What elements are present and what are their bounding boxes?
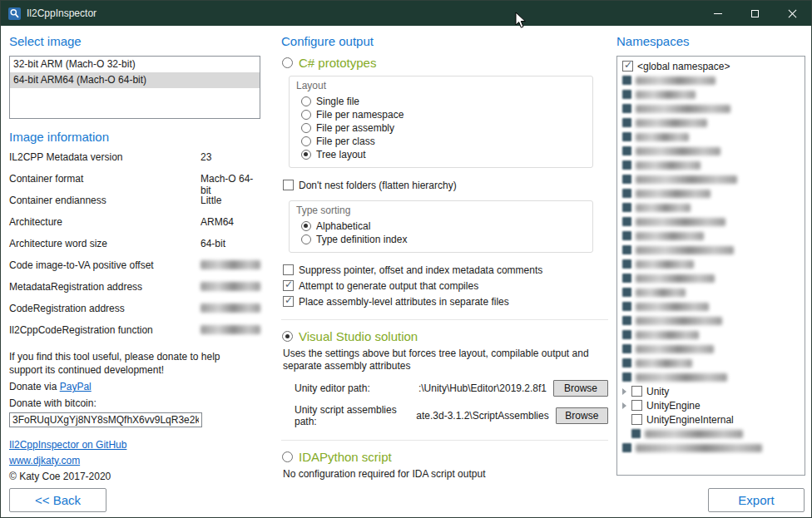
redacted-namespace-label [636, 133, 689, 141]
checkbox-option[interactable]: Place assembly-level attributes in separ… [283, 294, 608, 308]
bitcoin-address-input[interactable] [9, 412, 202, 427]
redacted-namespace-label [636, 373, 727, 382]
namespace-label: <global namespace> [637, 61, 730, 72]
redacted-namespace-label [636, 232, 704, 240]
radio-option[interactable]: File per namespace [301, 108, 584, 121]
namespace-row[interactable]: <global namespace> [622, 59, 803, 73]
redacted-checkbox-icon [622, 302, 631, 311]
radio-label: File per assembly [316, 122, 394, 134]
namespace-row[interactable] [622, 101, 803, 116]
maximize-icon [751, 10, 759, 17]
namespace-row[interactable] [622, 356, 803, 370]
image-list-item[interactable]: 64-bit ARM64 (Mach-O 64-bit) [10, 72, 260, 88]
radio-option[interactable]: File per assembly [301, 121, 584, 134]
visual-studio-solution-radio[interactable]: Visual Studio solution [282, 329, 608, 343]
namespace-row[interactable] [622, 271, 803, 285]
checkbox-option[interactable]: Suppress pointer, offset and index metad… [283, 263, 608, 277]
section-separator [281, 319, 608, 320]
donate-via-line: Donate via PayPal [9, 380, 260, 393]
radio-label: Type definition index [316, 234, 407, 245]
idapython-script-radio[interactable]: IDAPython script [282, 450, 608, 464]
redacted-checkbox-icon [622, 160, 631, 170]
back-button[interactable]: << Back [9, 488, 106, 512]
info-value: ARM64 [201, 216, 260, 228]
info-label: Container format [9, 173, 201, 185]
namespace-row[interactable]: Unity [622, 384, 803, 398]
radio-option[interactable]: Alphabetical [301, 220, 584, 232]
checkbox-option[interactable]: Don't nest folders (flatten hierarchy) [283, 178, 608, 192]
namespace-row[interactable] [622, 186, 803, 200]
redacted-value [201, 260, 260, 269]
unity-script-assemblies-path-row: Unity script assemblies path: ate.3d-3.1… [295, 404, 608, 427]
namespace-row[interactable] [622, 370, 803, 384]
browse-script-assemblies-button[interactable]: Browse [556, 407, 608, 424]
visual-studio-solution-label: Visual Studio solution [299, 329, 418, 343]
checkbox-option[interactable]: Attempt to generate output that compiles [283, 279, 608, 293]
image-info-table: IL2CPP Metadata version23Container forma… [9, 151, 260, 346]
namespaces-list[interactable]: <global namespace>UnityUnityEngineUnityE… [616, 56, 805, 476]
expander-icon[interactable] [622, 402, 626, 409]
namespace-row[interactable] [622, 299, 803, 313]
namespace-row[interactable] [622, 116, 803, 130]
close-button[interactable] [774, 1, 811, 26]
redacted-namespace-label [636, 444, 762, 452]
maximize-button[interactable] [736, 1, 774, 26]
namespace-row[interactable] [622, 328, 803, 342]
paypal-link[interactable]: PayPal [60, 381, 92, 392]
info-row: Container formatMach-O 64-bit [9, 173, 260, 195]
checkbox-icon [283, 264, 294, 275]
checkbox-label: Suppress pointer, offset and index metad… [299, 264, 542, 276]
namespace-row[interactable] [622, 215, 803, 229]
namespace-row[interactable] [622, 257, 803, 271]
csharp-prototypes-label: C# prototypes [299, 56, 376, 70]
redacted-namespace-label [636, 161, 701, 170]
namespace-row[interactable] [622, 313, 803, 328]
namespace-row[interactable]: UnityEngine [622, 398, 803, 412]
namespace-row[interactable] [622, 229, 803, 243]
namespace-row[interactable] [622, 427, 803, 441]
namespace-row[interactable] [622, 200, 803, 215]
donate-via-prefix: Donate via [9, 381, 60, 392]
info-label: Container endianness [9, 195, 201, 206]
redacted-namespace-label [636, 218, 725, 226]
redacted-namespace-label [645, 430, 743, 438]
namespace-row[interactable] [622, 243, 803, 257]
unity-script-assemblies-path-label: Unity script assemblies path: [295, 404, 416, 427]
redacted-namespace-label [636, 274, 715, 283]
redacted-namespace-label [636, 331, 699, 339]
radio-option[interactable]: Tree layout [301, 148, 584, 160]
layout-options: Single fileFile per namespaceFile per as… [295, 95, 584, 160]
radio-option[interactable]: Single file [301, 95, 584, 107]
unity-editor-path-label: Unity editor path: [295, 382, 370, 394]
namespace-label: Unity [646, 386, 669, 397]
website-link[interactable]: www.djkaty.com [9, 455, 80, 466]
namespace-row[interactable] [622, 144, 803, 158]
namespace-row[interactable] [622, 158, 803, 172]
redacted-checkbox-icon [622, 288, 631, 297]
info-label: Architecture word size [9, 238, 201, 249]
browse-editor-path-button[interactable]: Browse [553, 380, 608, 397]
minimize-button[interactable] [699, 1, 736, 26]
namespace-row[interactable]: UnityEngineInternal [622, 412, 803, 427]
image-listbox[interactable]: 32-bit ARM (Mach-O 32-bit)64-bit ARM64 (… [9, 56, 260, 119]
github-link[interactable]: Il2CppInspector on GitHub [9, 439, 126, 451]
namespace-row[interactable] [622, 172, 803, 186]
namespace-row[interactable] [622, 87, 803, 101]
vs-solution-description: Uses the settings above but forces tree … [283, 348, 609, 372]
checkbox-label: Attempt to generate output that compiles [299, 280, 478, 292]
radio-option[interactable]: Type definition index [301, 233, 584, 245]
namespace-row[interactable] [622, 342, 803, 356]
output-option-checkboxes: Suppress pointer, offset and index metad… [281, 263, 608, 308]
expander-icon[interactable] [622, 388, 626, 395]
layout-group-label: Layout [296, 80, 584, 91]
radio-icon [301, 221, 311, 231]
csharp-prototypes-radio[interactable]: C# prototypes [282, 56, 608, 70]
radio-option[interactable]: File per class [301, 135, 584, 147]
info-row: ArchitectureARM64 [9, 216, 260, 238]
namespace-row[interactable] [622, 285, 803, 299]
image-list-item[interactable]: 32-bit ARM (Mach-O 32-bit) [10, 57, 260, 72]
export-button[interactable]: Export [708, 488, 805, 512]
namespace-row[interactable] [622, 73, 803, 87]
namespace-row[interactable] [622, 130, 803, 144]
namespace-row[interactable] [622, 441, 803, 455]
